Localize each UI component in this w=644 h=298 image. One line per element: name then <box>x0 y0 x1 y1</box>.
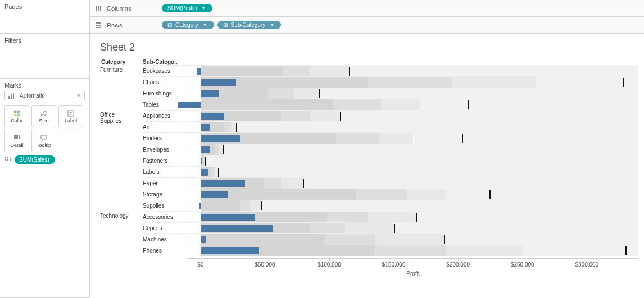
svg-point-5 <box>14 114 17 117</box>
bar-row[interactable] <box>188 121 638 132</box>
subcategory-label[interactable]: Bookcases <box>143 65 188 76</box>
plus-icon: ⊞ <box>223 22 228 28</box>
svg-rect-15 <box>16 137 18 139</box>
profit-bar[interactable] <box>201 169 208 176</box>
reference-tick <box>319 89 320 98</box>
subcategory-label[interactable]: Appliances <box>143 110 188 121</box>
bar-row[interactable] <box>188 88 638 99</box>
header-subcategory: Sub-Catego.. <box>143 59 188 65</box>
bar-row[interactable] <box>188 132 638 144</box>
bar-row[interactable] <box>188 155 638 166</box>
svg-rect-26 <box>100 6 101 11</box>
bar-row[interactable] <box>188 76 638 88</box>
bar-row[interactable] <box>188 200 638 211</box>
pill-label: SUM(Profit) <box>167 5 197 11</box>
reference-tick <box>416 213 417 222</box>
reference-tick <box>489 190 491 199</box>
columns-label: Columns <box>107 5 157 12</box>
label-button[interactable]: T Label <box>58 105 83 127</box>
tooltip-button[interactable]: Tooltip <box>31 130 56 152</box>
subcategory-label[interactable]: Storage <box>143 189 188 200</box>
subcategory-label[interactable]: Paper <box>143 177 188 189</box>
profit-bar[interactable] <box>201 146 210 153</box>
profit-bar[interactable] <box>201 236 206 243</box>
profit-bar[interactable] <box>201 90 219 97</box>
svg-rect-14 <box>14 137 16 139</box>
size-button[interactable]: Size <box>31 105 56 127</box>
profit-bar[interactable] <box>201 79 236 86</box>
profit-bar[interactable] <box>201 191 228 198</box>
subcategory-label[interactable]: Furnishings <box>143 88 188 99</box>
rows-pill-subcategory[interactable]: ⊞ Sub-Category ▼ <box>217 21 282 29</box>
reference-tick <box>394 224 395 233</box>
bar-row[interactable] <box>188 65 638 76</box>
profit-bar[interactable] <box>201 124 210 131</box>
subcategory-label[interactable]: Supplies <box>143 200 188 211</box>
columns-icon <box>94 5 102 12</box>
bar-row[interactable] <box>188 99 638 110</box>
svg-point-8 <box>43 112 47 116</box>
detail-button[interactable]: Detail <box>4 130 29 152</box>
bar-row[interactable] <box>188 144 638 155</box>
subcategory-label[interactable]: Envelopes <box>143 144 188 155</box>
marks-title: Marks <box>4 82 85 89</box>
reference-tick <box>340 112 341 121</box>
subcategory-label[interactable]: Labels <box>143 166 188 177</box>
header-category: Category <box>100 59 143 65</box>
detail-pill-sum-sales[interactable]: SUM(Sales) <box>15 155 55 164</box>
bar-row[interactable] <box>188 245 638 256</box>
bar-row[interactable] <box>188 189 638 200</box>
subcategory-label[interactable]: Phones <box>143 245 188 256</box>
category-label[interactable]: Furniture <box>100 65 143 110</box>
axis-tick-label: $100,000 <box>318 262 341 268</box>
bar-row[interactable] <box>188 177 638 189</box>
axis-tick-label: $200,000 <box>446 262 470 268</box>
columns-pill-profit[interactable]: SUM(Profit) ▼ <box>162 4 212 12</box>
rows-shelf[interactable]: Rows ⊟ Category ▼ ⊞ Sub-Category ▼ <box>90 17 644 34</box>
rows-pill-category[interactable]: ⊟ Category ▼ <box>162 21 214 29</box>
profit-bar[interactable] <box>178 102 201 108</box>
svg-rect-0 <box>8 96 10 99</box>
profit-bar[interactable] <box>201 113 224 120</box>
reference-tick <box>205 157 206 166</box>
subcategory-label[interactable]: Copiers <box>143 222 188 233</box>
category-label[interactable]: Technology <box>100 211 143 256</box>
subcategory-label[interactable]: Chairs <box>143 76 188 88</box>
profit-bar[interactable] <box>201 214 255 221</box>
profit-bar[interactable] <box>201 247 259 254</box>
bar-row[interactable] <box>188 110 638 121</box>
x-axis: Profit $0$50,000$100,000$150,000$200,000… <box>188 258 638 278</box>
marks-type-dropdown[interactable]: Automatic ▼ <box>4 91 85 100</box>
profit-bar[interactable] <box>201 135 240 142</box>
category-label[interactable]: Office Supplies <box>100 110 143 211</box>
subcategory-label[interactable]: Fasteners <box>143 155 188 166</box>
pill-label: Sub-Category <box>231 22 266 28</box>
sheet-title: Sheet 2 <box>100 42 638 53</box>
subcategory-label[interactable]: Art <box>143 121 188 132</box>
bar-row[interactable] <box>188 166 638 177</box>
reference-tick <box>623 78 624 87</box>
profit-bar[interactable] <box>201 225 273 232</box>
svg-rect-2 <box>13 93 14 99</box>
rows-icon <box>94 22 102 29</box>
svg-point-18 <box>5 157 6 158</box>
chevron-down-icon: ▼ <box>76 93 81 98</box>
reference-tick <box>468 100 469 109</box>
bar-row[interactable] <box>188 211 638 222</box>
bar-row[interactable] <box>188 233 638 245</box>
subcategory-label[interactable]: Accessories <box>143 211 188 222</box>
bar-row[interactable] <box>188 222 638 233</box>
axis-tick-label: $50,000 <box>255 262 275 268</box>
profit-bar[interactable] <box>197 68 201 75</box>
color-button[interactable]: Color <box>4 105 29 127</box>
profit-bar[interactable] <box>199 203 201 209</box>
label-label: Label <box>65 118 77 123</box>
profit-bar[interactable] <box>201 158 202 164</box>
subcategory-label[interactable]: Machines <box>143 233 188 245</box>
profit-bar[interactable] <box>201 180 245 187</box>
subcategory-label[interactable]: Binders <box>143 132 188 144</box>
reference-tick <box>236 123 237 132</box>
tooltip-icon <box>40 134 48 143</box>
svg-point-23 <box>10 159 11 160</box>
columns-shelf[interactable]: Columns SUM(Profit) ▼ <box>90 0 644 17</box>
